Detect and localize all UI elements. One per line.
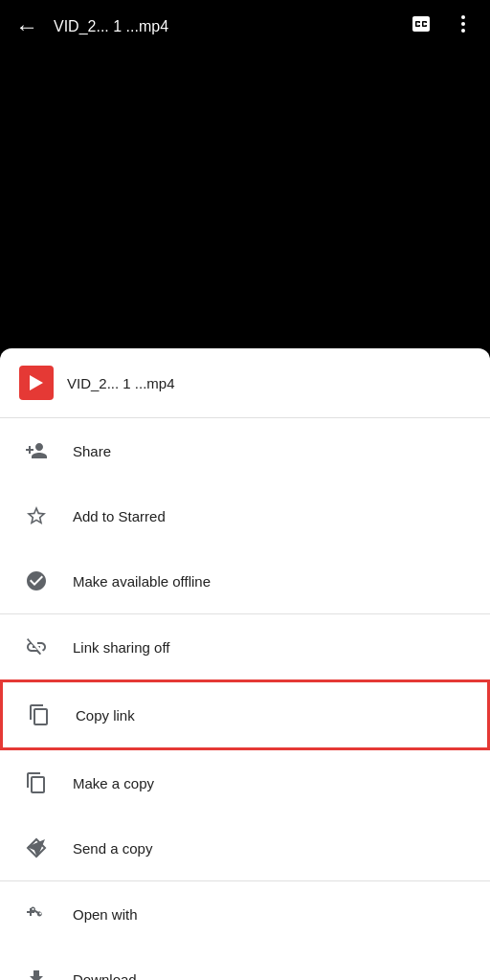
download-icon (19, 962, 54, 980)
offline-icon (19, 564, 54, 598)
send-a-copy-menu-item[interactable]: Send a copy (0, 815, 490, 880)
file-name: VID_2... 1 ...mp4 (67, 375, 175, 391)
top-bar-actions (410, 12, 475, 41)
open-with-label: Open with (73, 906, 138, 923)
svg-point-2 (461, 29, 465, 33)
file-type-icon (19, 366, 54, 400)
copy-link-icon (22, 698, 56, 732)
top-bar: ← VID_2... 1 ...mp4 (0, 0, 490, 54)
svg-point-1 (461, 22, 465, 26)
share-label: Share (73, 443, 111, 459)
open-with-menu-item[interactable]: Open with (0, 881, 490, 947)
send-a-copy-label: Send a copy (73, 840, 152, 857)
file-header: VID_2... 1 ...mp4 (0, 348, 490, 418)
make-copy-icon (19, 766, 54, 800)
link-sharing-off-label: Link sharing off (73, 639, 169, 656)
add-to-starred-label: Add to Starred (73, 508, 166, 524)
svg-point-0 (461, 15, 465, 19)
play-icon (30, 375, 43, 390)
copy-link-label: Copy link (76, 707, 135, 724)
menu-section-3: Open with Download (0, 881, 490, 980)
open-with-icon (19, 897, 54, 931)
back-button[interactable]: ← (15, 13, 38, 40)
bottom-sheet: VID_2... 1 ...mp4 Share Add to Starred (0, 348, 490, 980)
link-sharing-off-menu-item[interactable]: Link sharing off (0, 614, 490, 679)
make-a-copy-menu-item[interactable]: Make a copy (0, 750, 490, 815)
copy-link-menu-item[interactable]: Copy link (0, 679, 490, 750)
star-icon (19, 499, 54, 533)
make-available-offline-menu-item[interactable]: Make available offline (0, 548, 490, 613)
download-menu-item[interactable]: Download (0, 947, 490, 980)
make-available-offline-label: Make available offline (73, 573, 211, 590)
video-title: VID_2... 1 ...mp4 (54, 18, 410, 35)
add-to-starred-menu-item[interactable]: Add to Starred (0, 483, 490, 548)
share-menu-item[interactable]: Share (0, 418, 490, 483)
more-vertical-icon[interactable] (452, 12, 475, 41)
link-off-icon (19, 630, 54, 664)
menu-section-2: Link sharing off Copy link Make a copy (0, 614, 490, 881)
send-copy-icon (19, 831, 54, 865)
captions-icon[interactable] (410, 12, 433, 41)
menu-section-1: Share Add to Starred Make available offl… (0, 418, 490, 614)
make-a-copy-label: Make a copy (73, 775, 154, 791)
share-person-icon (19, 434, 54, 468)
download-label: Download (73, 971, 137, 981)
video-area: ← VID_2... 1 ...mp4 (0, 0, 490, 354)
